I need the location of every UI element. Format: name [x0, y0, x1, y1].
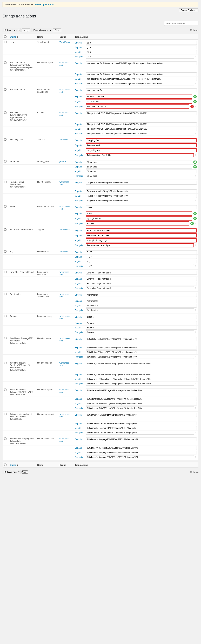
edit-pencil-icon[interactable]: ✎ — [195, 265, 197, 268]
translation-input[interactable] — [86, 238, 197, 242]
save-action-icon[interactable]: ↺ — [193, 217, 197, 220]
delete-action-icon[interactable]: ✕ — [191, 105, 194, 108]
translation-input[interactable] — [86, 88, 197, 92]
translation-input[interactable] — [86, 451, 197, 454]
translation-input[interactable] — [86, 431, 194, 434]
row-checkbox[interactable] — [4, 88, 6, 90]
translation-input[interactable] — [86, 397, 197, 401]
translation-input[interactable] — [86, 104, 189, 108]
translation-input[interactable] — [86, 271, 197, 275]
row-checkbox[interactable] — [4, 205, 6, 208]
translation-input[interactable] — [86, 122, 197, 126]
translation-input[interactable] — [86, 127, 197, 131]
translation-input[interactable] — [86, 346, 197, 350]
edit-pencil-icon[interactable]: ✎ — [195, 55, 197, 58]
search-input[interactable] — [164, 21, 199, 26]
edit-pencil-icon[interactable]: ✎ — [195, 199, 197, 202]
translation-input[interactable] — [86, 293, 197, 297]
edit-pencil-icon[interactable]: ✎ — [195, 356, 197, 358]
edit-pencil-icon[interactable]: ✎ — [195, 287, 197, 290]
translation-input[interactable] — [86, 181, 197, 184]
translation-input[interactable] — [86, 46, 197, 49]
translation-input[interactable] — [86, 388, 197, 392]
translation-input[interactable] — [86, 337, 197, 341]
edit-pencil-icon[interactable]: ✎ — [195, 132, 197, 135]
translation-input[interactable] — [86, 455, 194, 459]
translation-input[interactable] — [86, 190, 197, 193]
translation-input[interactable] — [86, 212, 192, 216]
row-checkbox[interactable] — [4, 388, 6, 391]
bulk-actions-select-bottom[interactable]: Bulk Actions — [2, 470, 21, 474]
edit-pencil-icon[interactable]: ✎ — [195, 407, 197, 410]
row-checkbox[interactable] — [4, 41, 6, 43]
translation-input[interactable] — [86, 422, 197, 425]
view-all-groups-select[interactable]: View all groups — [31, 28, 52, 32]
translation-input[interactable] — [86, 112, 197, 115]
translation-input[interactable] — [86, 222, 189, 226]
translation-input[interactable] — [86, 315, 197, 319]
bulk-actions-select[interactable]: Bulk Actions — [2, 28, 21, 32]
save-action-icon[interactable]: ↺ — [193, 100, 197, 103]
save-action-icon[interactable]: ↺ — [191, 222, 194, 225]
save-action-icon[interactable]: ↺ — [193, 95, 197, 98]
translation-input[interactable] — [86, 406, 194, 410]
translation-input[interactable] — [86, 94, 192, 99]
screen-options-button[interactable]: Screen Options ▾ — [179, 8, 199, 12]
translation-input[interactable] — [86, 326, 197, 330]
row-checkbox[interactable] — [4, 62, 6, 64]
translation-input[interactable] — [86, 100, 192, 104]
translation-input[interactable] — [86, 426, 197, 430]
translation-input[interactable] — [86, 362, 197, 366]
save-action-icon[interactable]: ↺ — [193, 160, 197, 164]
row-checkbox[interactable] — [4, 181, 6, 183]
edit-pencil-icon[interactable]: ✎ — [195, 222, 197, 225]
translation-input[interactable] — [86, 264, 194, 268]
translation-input[interactable] — [86, 160, 192, 164]
translation-input[interactable] — [86, 350, 197, 354]
translation-input[interactable] — [86, 170, 197, 173]
select-all-checkbox-bottom[interactable] — [4, 464, 6, 466]
save-action-icon[interactable]: ↺ — [193, 165, 197, 168]
row-checkbox[interactable] — [4, 362, 6, 364]
translation-input[interactable] — [86, 243, 194, 248]
translation-input[interactable] — [86, 377, 197, 381]
translation-input[interactable] — [86, 62, 197, 65]
row-checkbox[interactable] — [4, 438, 6, 440]
edit-pencil-icon[interactable]: ✎ — [195, 331, 197, 334]
row-checkbox[interactable] — [4, 138, 6, 140]
apply-button[interactable]: Apply — [21, 28, 30, 32]
translation-input[interactable] — [86, 438, 197, 441]
header-string-sort[interactable]: String — [10, 36, 16, 38]
row-checkbox[interactable] — [4, 413, 6, 415]
translation-input[interactable] — [86, 260, 197, 263]
edit-pencil-icon[interactable]: ✎ — [195, 105, 197, 108]
translation-input[interactable] — [86, 143, 197, 148]
translation-input[interactable] — [86, 199, 194, 202]
translation-input[interactable] — [86, 205, 197, 209]
update-notice-link[interactable]: Please update now. — [35, 3, 54, 6]
translation-input[interactable] — [86, 41, 197, 45]
translation-input[interactable] — [86, 277, 197, 281]
translation-input[interactable] — [86, 286, 194, 290]
edit-pencil-icon[interactable]: ✎ — [195, 82, 197, 85]
translation-input[interactable] — [86, 308, 194, 312]
row-checkbox[interactable] — [4, 315, 6, 317]
translation-input[interactable] — [86, 132, 194, 136]
apply-button-bottom[interactable]: Apply — [21, 470, 28, 474]
select-all-checkbox[interactable] — [4, 36, 6, 38]
translation-input[interactable] — [86, 299, 197, 303]
edit-pencil-icon[interactable]: ✎ — [195, 431, 197, 434]
edit-pencil-icon[interactable]: ✎ — [195, 244, 197, 247]
edit-pencil-icon[interactable]: ✎ — [195, 382, 197, 385]
translation-input[interactable] — [86, 355, 194, 359]
translation-input[interactable] — [86, 50, 197, 54]
translation-input[interactable] — [86, 216, 192, 220]
translation-input[interactable] — [86, 304, 197, 308]
row-checkbox[interactable] — [4, 250, 6, 252]
translation-input[interactable] — [86, 234, 197, 238]
translation-input[interactable] — [86, 446, 197, 450]
row-checkbox[interactable] — [4, 337, 6, 340]
translation-input[interactable] — [86, 194, 197, 198]
translation-input[interactable] — [86, 174, 194, 178]
translation-input[interactable] — [86, 330, 194, 334]
